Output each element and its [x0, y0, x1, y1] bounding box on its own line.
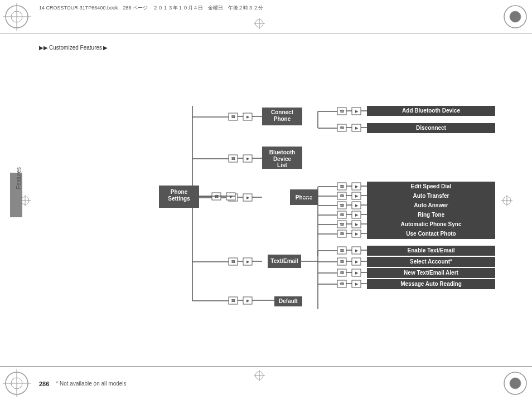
svg-text:Phone: Phone — [274, 116, 291, 122]
svg-text:Auto Answer: Auto Answer — [414, 202, 448, 208]
svg-text:☎: ☎ — [340, 282, 345, 286]
svg-text:Bluetooth: Bluetooth — [269, 149, 296, 155]
svg-text:☎: ☎ — [340, 126, 345, 130]
svg-text:Connect: Connect — [271, 109, 294, 115]
corner-top-left — [3, 3, 31, 31]
svg-text:☎: ☎ — [340, 271, 345, 275]
svg-text:☎: ☎ — [231, 157, 236, 160]
svg-text:Ring Tone: Ring Tone — [418, 212, 445, 218]
svg-text:☎: ☎ — [340, 109, 345, 113]
svg-text:Auto Transfer: Auto Transfer — [413, 193, 449, 199]
svg-text:☎: ☎ — [340, 260, 345, 264]
svg-text:☎: ☎ — [231, 260, 236, 264]
svg-text:Enable Text/Email: Enable Text/Email — [408, 247, 455, 253]
sidebar-label: Features — [16, 167, 22, 189]
svg-point-5 — [510, 11, 521, 22]
svg-text:☎: ☎ — [231, 299, 236, 303]
svg-text:Default: Default — [279, 298, 298, 304]
svg-text:Automatic Phone Sync: Automatic Phone Sync — [401, 221, 462, 227]
svg-text:Settings: Settings — [168, 196, 190, 202]
svg-text:☎: ☎ — [340, 213, 345, 217]
svg-text:☎: ☎ — [340, 203, 345, 207]
svg-text:☎: ☎ — [340, 184, 345, 188]
svg-text:Edit Speed Dial: Edit Speed Dial — [411, 183, 452, 189]
svg-text:Add Bluetooth Device: Add Bluetooth Device — [402, 108, 460, 114]
svg-text:Select Account*: Select Account* — [410, 258, 452, 265]
svg-text:☎: ☎ — [340, 232, 345, 236]
breadcrumb: ▶▶ Customized Features ▶ — [39, 45, 108, 51]
svg-text:Use Contact Photo: Use Contact Photo — [406, 231, 456, 237]
svg-text:Device: Device — [273, 156, 292, 162]
svg-text:Disconnect: Disconnect — [416, 125, 447, 131]
header-text: 14 CROSSTOUR-31TP66400.book 286 ページ ２０１３… — [39, 4, 263, 12]
breadcrumb-label: Customized Features — [49, 45, 102, 51]
footer: 286 * Not available on all models — [0, 367, 532, 400]
crosshair-top — [254, 18, 265, 30]
corner-top-right — [501, 3, 529, 31]
page-number: 286 — [39, 381, 49, 387]
svg-text:New Text/Email Alert: New Text/Email Alert — [404, 270, 458, 276]
svg-text:☎: ☎ — [340, 222, 345, 226]
svg-text:☎: ☎ — [340, 248, 345, 252]
footer-note: * Not available on all models — [56, 381, 126, 387]
svg-text:☎: ☎ — [231, 115, 236, 119]
breadcrumb-prefix: ▶▶ — [39, 45, 48, 51]
svg-text:☎: ☎ — [340, 194, 345, 198]
svg-text:Message Auto Reading: Message Auto Reading — [400, 281, 462, 287]
breadcrumb-suffix: ▶ — [103, 45, 108, 51]
header-divider — [0, 33, 532, 34]
svg-text:Phone: Phone — [171, 189, 188, 195]
diagram: ☎ ▶ ☎ ▶ ☎ ▶ ☎ ▶ ☎ ▶ Phone Settings ☎ ▶ C… — [33, 72, 519, 340]
svg-text:List: List — [277, 162, 287, 168]
svg-text:Text/Email: Text/Email — [270, 258, 298, 264]
